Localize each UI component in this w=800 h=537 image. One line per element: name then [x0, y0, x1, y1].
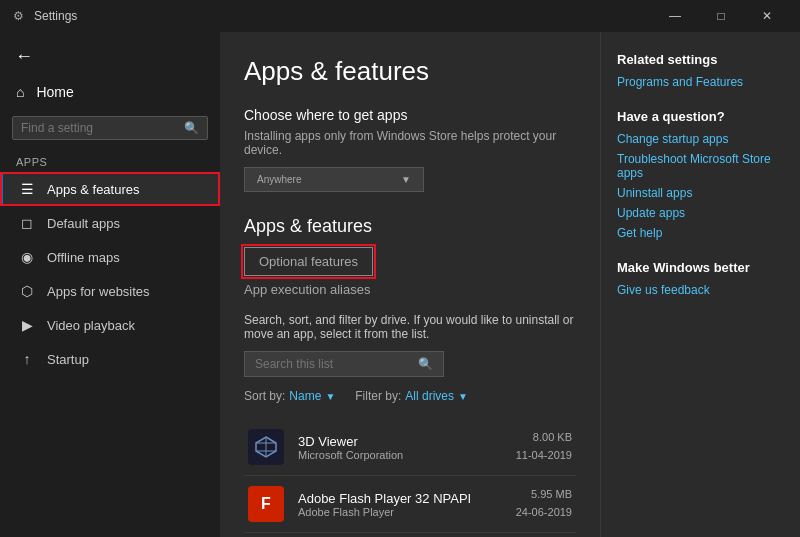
search-description: Search, sort, and filter by drive. If yo… — [244, 313, 576, 341]
app-icon-3dviewer — [248, 429, 284, 465]
settings-icon: ⚙ — [10, 8, 26, 24]
dropdown-value: Anywhere — [257, 174, 301, 185]
app-execution-link[interactable]: App execution aliases — [244, 282, 576, 297]
app-info-flash-npapi: Adobe Flash Player 32 NPAPI Adobe Flash … — [298, 491, 502, 518]
sidebar-item-video-playback[interactable]: ▶ Video playback — [0, 308, 220, 342]
troubleshoot-store-link[interactable]: Troubleshoot Microsoft Store apps — [617, 152, 784, 180]
filter-value: All drives — [405, 389, 454, 403]
main-layout: ← ⌂ Home 🔍 Apps ☰ Apps & features ◻ Defa… — [0, 32, 800, 537]
title-bar-title: Settings — [34, 9, 77, 23]
sort-filter-row: Sort by: Name ▼ Filter by: All drives ▼ — [244, 389, 576, 403]
make-windows-better-title: Make Windows better — [617, 260, 784, 275]
sidebar-section-label: Apps — [0, 148, 220, 172]
app-info-3dviewer: 3D Viewer Microsoft Corporation — [298, 434, 502, 461]
apps-features-subtitle: Apps & features — [244, 216, 576, 237]
apps-source-dropdown[interactable]: Anywhere ▼ — [244, 167, 424, 192]
close-button[interactable]: ✕ — [744, 0, 790, 32]
app-search-icon: 🔍 — [418, 357, 433, 371]
programs-features-link[interactable]: Programs and Features — [617, 75, 784, 89]
sidebar-item-startup[interactable]: ↑ Startup — [0, 342, 220, 376]
sidebar-search-input[interactable] — [21, 121, 178, 135]
app-search-bar[interactable]: 🔍 — [244, 351, 444, 377]
app-meta: 8.00 KB 11-04-2019 — [516, 429, 572, 464]
make-windows-better-section: Make Windows better Give us feedback — [617, 260, 784, 297]
offline-maps-icon: ◉ — [19, 249, 35, 265]
startup-icon: ↑ — [19, 351, 35, 367]
title-bar-controls: — □ ✕ — [652, 0, 790, 32]
table-row[interactable]: F Adobe Flash Player 32 NPAPI Adobe Flas… — [244, 476, 576, 533]
sidebar-item-default-apps[interactable]: ◻ Default apps — [0, 206, 220, 240]
home-icon: ⌂ — [16, 84, 24, 100]
sidebar-search[interactable]: 🔍 — [12, 116, 208, 140]
sidebar-item-offline-maps[interactable]: ◉ Offline maps — [0, 240, 220, 274]
sidebar-item-apps-features[interactable]: ☰ Apps & features — [0, 172, 220, 206]
choose-subtitle: Choose where to get apps — [244, 107, 576, 123]
sort-value: Name — [289, 389, 321, 403]
filter-arrow-icon: ▼ — [458, 391, 468, 402]
sidebar-item-apps-features-label: Apps & features — [47, 182, 140, 197]
related-settings-title: Related settings — [617, 52, 784, 67]
right-panel: Related settings Programs and Features H… — [600, 32, 800, 537]
sort-label: Sort by: — [244, 389, 285, 403]
table-row[interactable]: 3D Viewer Microsoft Corporation 8.00 KB … — [244, 419, 576, 476]
app-meta: 5.95 MB 24-06-2019 — [516, 486, 572, 521]
get-help-link[interactable]: Get help — [617, 226, 784, 240]
back-button[interactable]: ← — [4, 36, 44, 76]
optional-features-button[interactable]: Optional features — [244, 247, 373, 276]
uninstall-apps-link[interactable]: Uninstall apps — [617, 186, 784, 200]
app-icon-flash-npapi: F — [248, 486, 284, 522]
app-list: 3D Viewer Microsoft Corporation 8.00 KB … — [244, 419, 576, 537]
related-settings-section: Related settings Programs and Features — [617, 52, 784, 89]
app-name: 3D Viewer — [298, 434, 502, 449]
title-bar-left: ⚙ Settings — [10, 8, 77, 24]
app-publisher: Microsoft Corporation — [298, 449, 502, 461]
default-apps-icon: ◻ — [19, 215, 35, 231]
title-bar: ⚙ Settings — □ ✕ — [0, 0, 800, 32]
app-name: Adobe Flash Player 32 NPAPI — [298, 491, 502, 506]
sidebar-item-apps-websites[interactable]: ⬡ Apps for websites — [0, 274, 220, 308]
sidebar-item-default-apps-label: Default apps — [47, 216, 120, 231]
search-icon: 🔍 — [184, 121, 199, 135]
dropdown-arrow: ▼ — [401, 174, 411, 185]
sort-arrow-icon: ▼ — [325, 391, 335, 402]
sidebar-item-startup-label: Startup — [47, 352, 89, 367]
filter-label: Filter by: — [355, 389, 401, 403]
maximize-button[interactable]: □ — [698, 0, 744, 32]
give-feedback-link[interactable]: Give us feedback — [617, 283, 784, 297]
choose-desc: Installing apps only from Windows Store … — [244, 129, 576, 157]
sidebar-item-apps-websites-label: Apps for websites — [47, 284, 150, 299]
minimize-button[interactable]: — — [652, 0, 698, 32]
sidebar-item-offline-maps-label: Offline maps — [47, 250, 120, 265]
home-label: Home — [36, 84, 73, 100]
page-title: Apps & features — [244, 56, 576, 87]
apps-websites-icon: ⬡ — [19, 283, 35, 299]
app-publisher: Adobe Flash Player — [298, 506, 502, 518]
update-apps-link[interactable]: Update apps — [617, 206, 784, 220]
sort-by-control[interactable]: Sort by: Name ▼ — [244, 389, 335, 403]
app-search-input[interactable] — [255, 357, 418, 371]
sidebar-item-home[interactable]: ⌂ Home — [0, 76, 220, 108]
sidebar: ← ⌂ Home 🔍 Apps ☰ Apps & features ◻ Defa… — [0, 32, 220, 537]
app-date: 24-06-2019 — [516, 504, 572, 522]
app-size: 8.00 KB — [516, 429, 572, 447]
filter-by-control[interactable]: Filter by: All drives ▼ — [355, 389, 468, 403]
have-question-title: Have a question? — [617, 109, 784, 124]
apps-features-icon: ☰ — [19, 181, 35, 197]
sidebar-item-video-playback-label: Video playback — [47, 318, 135, 333]
have-question-section: Have a question? Change startup apps Tro… — [617, 109, 784, 240]
table-row[interactable]: F Adobe Flash Player 32 PPAPI Adobe Flas… — [244, 533, 576, 537]
content-area: Apps & features Choose where to get apps… — [220, 32, 600, 537]
change-startup-link[interactable]: Change startup apps — [617, 132, 784, 146]
app-date: 11-04-2019 — [516, 447, 572, 465]
app-size: 5.95 MB — [516, 486, 572, 504]
video-playback-icon: ▶ — [19, 317, 35, 333]
